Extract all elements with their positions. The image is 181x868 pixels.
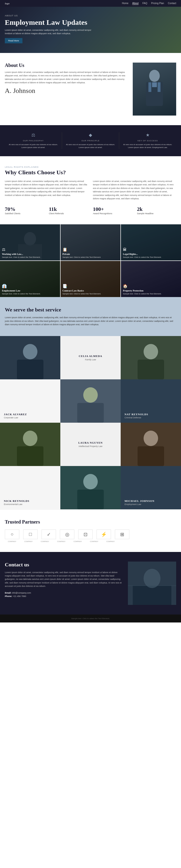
team-img-center-2 bbox=[60, 379, 121, 423]
person-illustration bbox=[140, 67, 169, 111]
stats-row: 70% Satisfied Clients 11k Client Referra… bbox=[5, 206, 176, 215]
card-title-3: Employment Law bbox=[2, 289, 58, 292]
partners-section: Trusted Partners ○ □ ✓ ◎ ⊡ ⚡ ⊞ COMPANY C… bbox=[0, 509, 181, 552]
card-icon-5: 🏠 bbox=[123, 284, 179, 288]
team-img-right-3 bbox=[121, 423, 181, 466]
philosophy-icon-2: ★ bbox=[122, 132, 174, 138]
card-2[interactable]: 🏛 Legal Rights... Sample text. Click to … bbox=[121, 224, 181, 260]
hero-read-more-button[interactable]: Read More bbox=[5, 38, 22, 43]
hero-content: ABOUT US Employment Law Updates Lorem ip… bbox=[5, 14, 97, 43]
philosophy-label-1: OUR PRINCIPLE bbox=[64, 140, 117, 142]
cards-grid: ⚖ Working with Law... Sample text. Click… bbox=[0, 224, 181, 297]
contact-phone-label: Phone: bbox=[5, 595, 12, 597]
nav-logo: logo bbox=[5, 2, 10, 5]
team-img-center-4 bbox=[60, 466, 121, 509]
team-person-left-3 bbox=[0, 423, 60, 466]
team-person-right-3 bbox=[121, 423, 181, 466]
team-cell-laura: LAURA NGUYEN Intellectual Property Law bbox=[60, 423, 121, 466]
hero-text: Lorem ipsum dolor sit amet, consectetur … bbox=[5, 29, 97, 35]
hero-section: ABOUT US Employment Law Updates Lorem ip… bbox=[0, 0, 181, 53]
svg-rect-19 bbox=[17, 446, 44, 466]
philosophy-item-0: ⚖ OUR PHILOSOPHY At vero eos et accusam … bbox=[5, 132, 62, 149]
card-text-1: Sample text. Click to select the Text El… bbox=[62, 256, 119, 258]
partner-logo-2: ✓ bbox=[42, 530, 56, 539]
why-title: Why Clients Choose Us? bbox=[5, 169, 176, 176]
card-4[interactable]: 📑 Contract Law Basics Sample text. Click… bbox=[60, 261, 121, 297]
philosophy-icon-0: ⚖ bbox=[7, 132, 59, 138]
philosophy-icon-1: ◆ bbox=[64, 132, 117, 138]
card-1[interactable]: 📋 Private Sample text. Click to select t… bbox=[60, 224, 121, 260]
partner-labels: COMPANY COMPANY COMPANY COMPANY COMPANY … bbox=[5, 540, 176, 542]
team-section: CELIA ALMEDA Family Law JACK ALVAREZ Cor… bbox=[0, 336, 181, 509]
nav-faq[interactable]: FAQ bbox=[143, 2, 147, 5]
nav-pricing[interactable]: Pricing Plan bbox=[151, 2, 164, 5]
philosophy-label-2: KEY OF SUCCESS bbox=[122, 140, 174, 142]
team-row-4: NICK REYNOLDS Environmental Law MICHAEL … bbox=[0, 466, 181, 509]
nav-about[interactable]: About bbox=[132, 2, 138, 5]
team-cell-nick: NICK REYNOLDS Environmental Law bbox=[0, 466, 60, 509]
contact-email-value: info@company.com bbox=[12, 592, 31, 594]
card-text-5: Sample text. Click to select the Text El… bbox=[123, 292, 179, 295]
hero-title: Employment Law Updates bbox=[5, 18, 97, 26]
about-para: Lorem ipsum dolor sit amet, consectetur … bbox=[5, 70, 128, 85]
contact-bg-illustration bbox=[128, 562, 176, 605]
stat-num-1: 11k bbox=[49, 206, 88, 212]
partner-logo-3: ◎ bbox=[60, 530, 74, 539]
team-img-left-1 bbox=[0, 336, 60, 379]
svg-point-0 bbox=[149, 70, 160, 82]
svg-point-12 bbox=[144, 344, 158, 360]
team-name-laura: LAURA NGUYEN bbox=[78, 441, 103, 444]
card-icon-0: ⚖ bbox=[2, 247, 58, 252]
team-cell-celia: CELIA ALMEDA Family Law bbox=[60, 336, 121, 379]
stat-1: 11k Client Referrals bbox=[49, 206, 88, 215]
contact-content: Contact us Lorem ipsum dolor sit amet, c… bbox=[5, 562, 123, 605]
philosophy-label-0: OUR PHILOSOPHY bbox=[7, 140, 59, 142]
card-text-4: Sample text. Click to select the Text El… bbox=[62, 292, 119, 295]
contact-text: Lorem ipsum dolor sit amet, consectetur … bbox=[5, 571, 123, 588]
nav-contact[interactable]: Contact bbox=[168, 2, 176, 5]
partners-title: Trusted Partners bbox=[5, 519, 176, 525]
team-img-left-3 bbox=[0, 423, 60, 466]
team-img-right-1 bbox=[121, 336, 181, 379]
team-person-left-1 bbox=[0, 336, 60, 379]
card-content-0: ⚖ Working with Law... Sample text. Click… bbox=[2, 247, 58, 258]
card-0[interactable]: ⚖ Working with Law... Sample text. Click… bbox=[0, 224, 60, 260]
card-icon-1: 📋 bbox=[62, 247, 119, 252]
philosophy-item-2: ★ KEY OF SUCCESS At vero eos et accusam … bbox=[119, 132, 176, 149]
svg-point-24 bbox=[83, 474, 98, 489]
contact-title: Contact us bbox=[5, 562, 123, 568]
partner-logo-5: ⚡ bbox=[97, 530, 111, 539]
partner-label-6: COMPANY bbox=[103, 540, 118, 542]
team-row-2: JACK ALVAREZ Corporate Law NAT REYNOLDS … bbox=[0, 379, 181, 423]
service-section: We serve the best service Lorem ipsum do… bbox=[0, 297, 181, 336]
svg-rect-10 bbox=[17, 360, 44, 379]
svg-rect-2 bbox=[149, 82, 151, 92]
partner-label-3: COMPANY bbox=[54, 540, 69, 542]
partner-label-0: COMPANY bbox=[5, 540, 19, 542]
svg-point-15 bbox=[83, 387, 98, 403]
team-cell-jack: JACK ALVAREZ Corporate Law bbox=[0, 379, 60, 423]
team-cell-michael: MICHAEL JOHNSON Employment Law bbox=[121, 466, 181, 509]
why-section: LEGAL RIGHTS EXPLAINED Why Clients Choos… bbox=[0, 156, 181, 224]
team-role-nick: Environmental Law bbox=[4, 503, 29, 505]
svg-point-18 bbox=[23, 431, 37, 446]
partner-logo-4: ⊡ bbox=[78, 530, 93, 539]
card-5[interactable]: 🏠 Property Protection Sample text. Click… bbox=[121, 261, 181, 297]
team-role-laura: Intellectual Property Law bbox=[79, 445, 103, 447]
team-name-nat: NAT REYNOLDS bbox=[125, 413, 148, 416]
hero-label: ABOUT US bbox=[5, 14, 97, 17]
card-content-4: 📑 Contract Law Basics Sample text. Click… bbox=[62, 284, 119, 295]
card-content-2: 🏛 Legal Rights... Sample text. Click to … bbox=[123, 247, 179, 258]
why-cols: Lorem ipsum dolor sit amet, consectetur … bbox=[5, 180, 176, 200]
card-3[interactable]: 👔 Employment Law Sample text. Click to s… bbox=[0, 261, 60, 297]
team-role-jack: Corporate Law bbox=[4, 416, 27, 419]
team-role-nat: Criminal Defense bbox=[125, 416, 148, 419]
team-row-3: LAURA NGUYEN Intellectual Property Law bbox=[0, 423, 181, 466]
team-cell-nat: NAT REYNOLDS Criminal Defense bbox=[121, 379, 181, 423]
partner-logo-1: □ bbox=[23, 530, 37, 539]
card-icon-2: 🏛 bbox=[123, 247, 179, 252]
partner-label-1: COMPANY bbox=[21, 540, 36, 542]
philosophy-text-2: At vero eos et accusam et justo duo dolo… bbox=[122, 143, 174, 149]
footer: Sample text. Click to select the Text El… bbox=[0, 615, 181, 622]
nav-home[interactable]: Home bbox=[122, 2, 128, 5]
